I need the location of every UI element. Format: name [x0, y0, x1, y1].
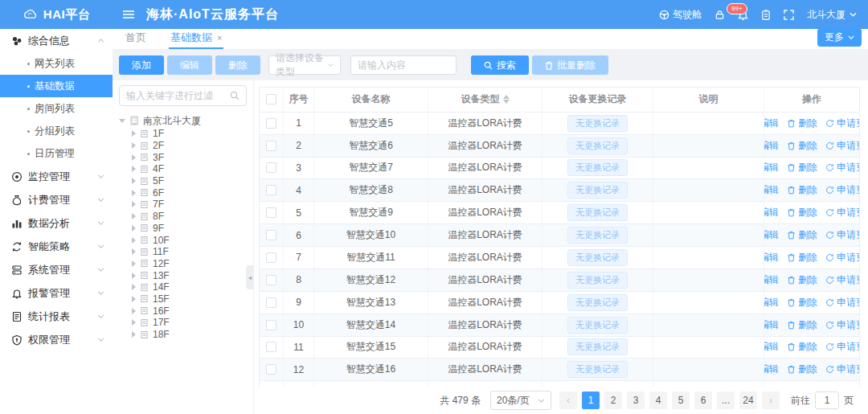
fullscreen-icon[interactable]	[784, 10, 794, 20]
row-checkbox[interactable]	[266, 162, 276, 173]
delete-link[interactable]: 删除	[787, 228, 817, 242]
delete-link[interactable]: 删除	[787, 296, 817, 309]
row-checkbox[interactable]	[266, 141, 276, 151]
row-checkbox[interactable]	[266, 230, 276, 240]
tree-node-8F[interactable]: 8F	[119, 211, 247, 223]
delete-link[interactable]: 删除	[787, 183, 817, 197]
replace-record-badge[interactable]: 无更换记录	[567, 294, 628, 311]
sidebar-group-数据分析[interactable]: 数据分析	[0, 211, 113, 235]
request-replace-link[interactable]: 申请更换	[825, 296, 859, 309]
tree-node-7F[interactable]: 7F	[119, 199, 247, 211]
row-checkbox[interactable]	[266, 342, 276, 352]
page-button-6[interactable]: 6	[694, 391, 712, 409]
request-replace-link[interactable]: 申请更换	[825, 139, 859, 153]
tree-node-1F[interactable]: 1F	[119, 128, 247, 140]
tree-node-3F[interactable]: 3F	[119, 151, 247, 163]
tree-node-15F[interactable]: 15F	[119, 293, 247, 305]
row-checkbox[interactable]	[266, 297, 276, 308]
tree-node-2F[interactable]: 2F	[119, 140, 247, 152]
edit-link[interactable]: 编辑	[764, 117, 779, 130]
edit-link[interactable]: 编辑	[764, 183, 779, 197]
tree-node-16F[interactable]: 16F	[119, 305, 247, 317]
tree-node-12F[interactable]: 12F	[119, 258, 247, 270]
sidebar-group-智能策略[interactable]: 智能策略	[0, 235, 113, 258]
edit-button[interactable]: 编辑	[167, 55, 212, 75]
device-type-select[interactable]: 请选择设备类型	[268, 55, 341, 75]
page-button-4[interactable]: 4	[649, 391, 667, 409]
page-button-2[interactable]: 2	[604, 391, 622, 409]
building-selector[interactable]: 北斗大厦	[807, 8, 857, 22]
request-replace-link[interactable]: 申请更换	[825, 161, 859, 174]
next-page-button[interactable]: ›	[762, 391, 780, 409]
tab-基础数据[interactable]: 基础数据×	[169, 27, 223, 49]
tree-node-13F[interactable]: 13F	[119, 269, 247, 281]
edit-link[interactable]: 编辑	[764, 161, 779, 174]
batch-delete-button[interactable]: 批量删除	[532, 55, 608, 75]
page-button-5[interactable]: 5	[672, 391, 690, 409]
request-replace-link[interactable]: 申请更换	[825, 340, 859, 354]
request-replace-link[interactable]: 申请更换	[825, 228, 859, 242]
row-checkbox[interactable]	[266, 364, 276, 375]
sidebar-item-日历管理[interactable]: 日历管理	[0, 142, 113, 165]
cockpit-button[interactable]: 驾驶舱	[659, 8, 702, 22]
page-button-3[interactable]: 3	[627, 391, 645, 409]
edit-link[interactable]: 编辑	[764, 340, 779, 354]
edit-link[interactable]: 编辑	[764, 273, 779, 287]
lock-icon[interactable]	[714, 10, 725, 20]
delete-link[interactable]: 删除	[787, 318, 817, 332]
prev-page-button[interactable]: ‹	[559, 391, 577, 409]
replace-record-badge[interactable]: 无更换记录	[567, 338, 628, 355]
row-checkbox[interactable]	[266, 118, 276, 129]
search-button[interactable]: 搜索	[471, 55, 529, 75]
sidebar-item-房间列表[interactable]: 房间列表	[0, 97, 113, 120]
replace-record-badge[interactable]: 无更换记录	[567, 317, 628, 334]
edit-link[interactable]: 编辑	[764, 363, 779, 376]
delete-link[interactable]: 删除	[787, 340, 817, 354]
page-button-24[interactable]: 24	[739, 391, 757, 409]
replace-record-badge[interactable]: 无更换记录	[567, 182, 628, 199]
tree-node-6F[interactable]: 6F	[119, 187, 247, 199]
tree-collapse-handle[interactable]: ◂	[246, 265, 254, 289]
row-checkbox[interactable]	[266, 252, 276, 263]
tree-node-14F[interactable]: 14F	[119, 281, 247, 293]
notifications-button[interactable]: 99+	[738, 9, 748, 20]
replace-record-badge[interactable]: 无更换记录	[567, 204, 628, 221]
replace-record-badge[interactable]: 无更换记录	[567, 227, 628, 244]
sidebar-group-计费管理[interactable]: 计费管理	[0, 188, 113, 211]
sidebar-group-综合信息[interactable]: 综合信息	[0, 29, 113, 52]
close-icon[interactable]: ×	[217, 33, 222, 43]
request-replace-link[interactable]: 申请更换	[825, 117, 859, 130]
tree-node-5F[interactable]: 5F	[119, 175, 247, 187]
request-replace-link[interactable]: 申请更换	[825, 251, 859, 264]
sidebar-item-基础数据[interactable]: 基础数据	[0, 75, 113, 97]
page-button-1[interactable]: 1	[582, 391, 600, 409]
sort-icon[interactable]	[503, 95, 510, 104]
delete-link[interactable]: 删除	[787, 251, 817, 264]
tree-filter-input[interactable]	[126, 90, 225, 101]
page-ellipsis[interactable]: ...	[717, 391, 735, 409]
edit-link[interactable]: 编辑	[764, 206, 779, 219]
replace-record-badge[interactable]: 无更换记录	[567, 137, 628, 154]
tree-node-10F[interactable]: 10F	[119, 234, 247, 246]
delete-link[interactable]: 删除	[787, 117, 817, 130]
request-replace-link[interactable]: 申请更换	[825, 318, 859, 332]
edit-link[interactable]: 编辑	[764, 139, 779, 153]
request-replace-link[interactable]: 申请更换	[825, 183, 859, 197]
row-checkbox[interactable]	[266, 275, 276, 285]
edit-link[interactable]: 编辑	[764, 296, 779, 309]
page-size-select[interactable]: 20条/页	[490, 391, 551, 410]
sidebar-group-监控管理[interactable]: 监控管理	[0, 165, 113, 188]
tree-node-4F[interactable]: 4F	[119, 163, 247, 175]
tree-root-node[interactable]: 南京北斗大厦	[119, 113, 247, 128]
content-search-input[interactable]	[350, 55, 457, 75]
more-button[interactable]: 更多	[817, 28, 862, 47]
delete-link[interactable]: 删除	[787, 206, 817, 219]
sidebar-group-系统管理[interactable]: 系统管理	[0, 258, 113, 281]
delete-link[interactable]: 删除	[787, 363, 817, 376]
add-button[interactable]: 添加	[119, 55, 164, 75]
tree-node-11F[interactable]: 11F	[119, 246, 247, 258]
sidebar-item-分组列表[interactable]: 分组列表	[0, 120, 113, 142]
request-replace-link[interactable]: 申请更换	[825, 363, 859, 376]
request-replace-link[interactable]: 申请更换	[825, 273, 859, 287]
tree-node-17F[interactable]: 17F	[119, 317, 247, 329]
